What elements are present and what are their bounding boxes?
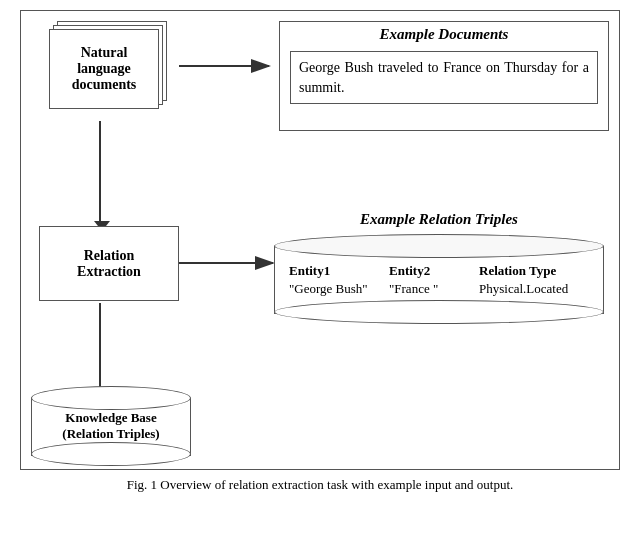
page-stack: Natural language documents: [49, 21, 169, 111]
arrow-down-nl-to-re: [99, 121, 101, 221]
triples-header-entity1: Entity1: [284, 263, 389, 279]
kb-label: Knowledge Base (Relation Triples): [31, 386, 191, 466]
example-docs-text: George Bush traveled to France on Thursd…: [290, 51, 598, 104]
rel-extract-label: Relation Extraction: [77, 248, 141, 280]
rel-triples-box: Example Relation Triples Entity1 Entity2…: [269, 211, 609, 331]
triples-header-entity2: Entity2: [389, 263, 479, 279]
figure-caption: Fig. 1 Overview of relation extraction t…: [20, 476, 620, 494]
triples-content: Entity1 Entity2 Relation Type "George Bu…: [274, 246, 604, 314]
rel-triples-title: Example Relation Triples: [269, 211, 609, 234]
page-front: Natural language documents: [49, 29, 159, 109]
nl-docs-wrapper: Natural language documents: [39, 21, 179, 121]
kb-cylinder: Knowledge Base (Relation Triples): [31, 386, 191, 466]
triples-data-entity2: "France ": [389, 281, 479, 297]
relation-extraction-box: Relation Extraction: [39, 226, 179, 301]
triples-data-row: "George Bush" "France " Physical.Located: [284, 281, 594, 297]
triples-header-row: Entity1 Entity2 Relation Type: [284, 263, 594, 281]
diagram-area: Natural language documents Relation Extr…: [20, 10, 620, 470]
triples-data-reltype: Physical.Located: [479, 281, 594, 297]
main-container: Natural language documents Relation Extr…: [0, 0, 640, 547]
nl-docs-label: Natural language documents: [72, 45, 137, 93]
arrow-down-re-to-kb: [99, 303, 101, 388]
example-docs-box: Example Documents George Bush traveled t…: [279, 21, 609, 131]
example-docs-title: Example Documents: [280, 22, 608, 45]
triples-data-entity1: "George Bush": [284, 281, 389, 297]
triples-cylinder: Entity1 Entity2 Relation Type "George Bu…: [274, 234, 604, 324]
triples-header-reltype: Relation Type: [479, 263, 594, 279]
